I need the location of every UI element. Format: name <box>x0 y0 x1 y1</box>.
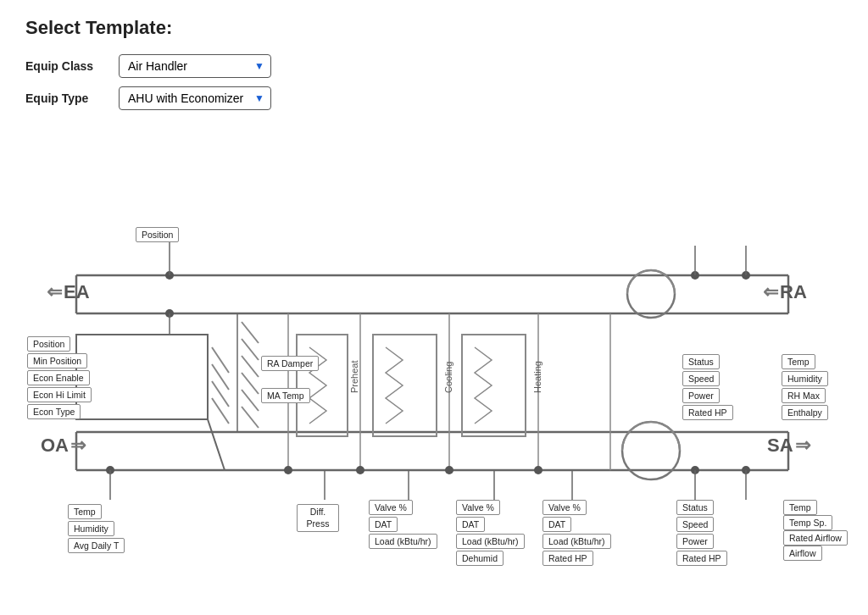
preheat-load-label: Load (kBtu/hr) <box>369 534 437 549</box>
preheat-valve-label: Valve % <box>369 500 413 515</box>
heating-section-label: Heating <box>532 326 542 428</box>
sa-arrow-label: SA ⇒ <box>767 435 810 457</box>
sa-label: SA <box>767 435 793 457</box>
equip-type-select-wrapper[interactable]: AHU with Economizer <box>119 86 271 110</box>
position-label-top: Position <box>136 227 179 242</box>
svg-point-37 <box>284 466 292 474</box>
ra-rhmax-label: RH Max <box>782 388 826 403</box>
heat-dat-label: DAT <box>542 517 571 532</box>
ra-arrow-label: ⇐ RA <box>763 281 807 303</box>
cooling1-section-label: Cooling <box>443 326 453 428</box>
oa-label: OA <box>41 435 69 457</box>
diagram-svg <box>25 119 839 559</box>
cool1-dat-label: DAT <box>456 517 485 532</box>
equip-class-select-wrapper[interactable]: Air Handler <box>119 54 271 78</box>
ra-label: RA <box>780 281 807 303</box>
sfan-power-label: Power <box>682 388 720 403</box>
heat-valve-label: Valve % <box>542 500 587 515</box>
sa-airflow-label: Airflow <box>783 546 822 561</box>
page-title: Select Template: <box>25 17 843 39</box>
oa-humidity-label: Humidity <box>68 521 114 536</box>
oa-arrow-label: OA ⇒ <box>41 435 86 457</box>
sa-tempsp-label: Temp Sp. <box>783 515 832 530</box>
svg-rect-29 <box>462 335 526 436</box>
svg-line-18 <box>242 356 259 377</box>
cool1-valve-label: Valve % <box>456 500 500 515</box>
equip-class-select[interactable]: Air Handler <box>119 54 271 78</box>
cool1-dehumid-label: Dehumid <box>456 551 504 566</box>
sfan2-ratedhp-label: Rated HP <box>676 551 727 566</box>
ea-label: EA <box>64 281 90 303</box>
heat-ratedhp-label: Rated HP <box>542 551 593 566</box>
page-container: Select Template: Equip Class Air Handler… <box>0 0 868 576</box>
oa-avgdailyt-label: Avg Daily T <box>68 538 125 553</box>
preheat-section-label: Preheat <box>349 326 359 428</box>
heat-load-label: Load (kBtu/hr) <box>542 534 611 549</box>
svg-rect-8 <box>76 335 208 419</box>
oa-temp-label: Temp <box>68 504 102 519</box>
ra-temp-label: Temp <box>782 354 815 369</box>
sa-temp-label: Temp <box>783 500 817 515</box>
svg-rect-27 <box>297 335 348 436</box>
oa-econ-hi-limit-label: Econ Hi Limit <box>27 387 92 402</box>
sfan-speed-label: Speed <box>682 371 720 386</box>
sa-ratedairflow-label: Rated Airflow <box>783 530 848 546</box>
svg-rect-28 <box>373 335 437 436</box>
equip-type-select[interactable]: AHU with Economizer <box>119 86 271 110</box>
ahu-diagram: Position ⇐ EA OA ⇒ ⇐ RA SA ⇒ Position Mi… <box>25 119 839 559</box>
oa-econ-enable-label: Econ Enable <box>27 370 90 385</box>
svg-point-38 <box>356 466 364 474</box>
ma-temp-label: MA Temp <box>261 388 310 403</box>
oa-econ-type-label: Econ Type <box>27 404 81 419</box>
ea-arrow-label: ⇐ EA <box>47 281 90 303</box>
cool1-load-label: Load (kBtu/hr) <box>456 534 525 549</box>
svg-line-21 <box>242 407 259 428</box>
ra-enthalpy-label: Enthalpy <box>782 405 828 420</box>
svg-point-40 <box>534 466 542 474</box>
sfan-ratedhp-label: Rated HP <box>682 405 733 420</box>
equip-class-row: Equip Class Air Handler <box>25 54 843 78</box>
preheat-dat-label: DAT <box>369 517 398 532</box>
equip-class-label: Equip Class <box>25 59 119 73</box>
svg-line-17 <box>242 339 259 360</box>
oa-min-position-label: Min Position <box>27 353 87 368</box>
sfan-status-label: Status <box>682 354 720 369</box>
svg-line-10 <box>208 419 225 470</box>
equip-type-label: Equip Type <box>25 91 119 105</box>
svg-line-20 <box>242 390 259 411</box>
diff-press-label: Diff.Press <box>297 504 339 532</box>
sfan2-status-label: Status <box>676 500 714 515</box>
sfan2-speed-label: Speed <box>676 517 714 532</box>
svg-line-19 <box>242 373 259 394</box>
ra-humidity-label: Humidity <box>782 371 828 386</box>
oa-position-label: Position <box>27 336 70 352</box>
equip-type-row: Equip Type AHU with Economizer <box>25 86 843 110</box>
svg-point-39 <box>445 466 453 474</box>
ra-damper-label: RA Damper <box>261 356 319 371</box>
sfan2-power-label: Power <box>676 534 714 549</box>
svg-line-16 <box>242 322 259 343</box>
